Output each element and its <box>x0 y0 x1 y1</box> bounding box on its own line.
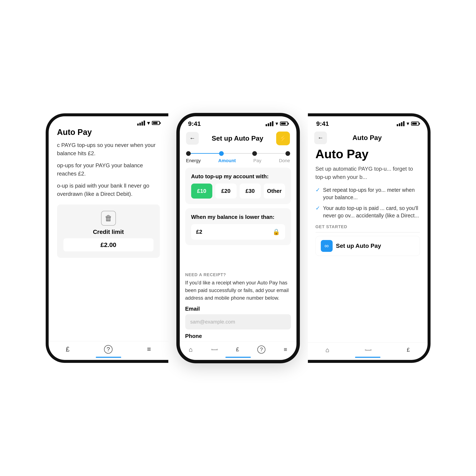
checklist-text-1: Set repeat top-ups for yo... meter when … <box>323 186 420 201</box>
left-body1: c PAYG top-ups so you never when your ba… <box>57 141 160 157</box>
credit-limit-value: £2.00 <box>63 238 153 252</box>
right-bottom-nav: ⌂ ◦—◦ £ <box>308 342 427 360</box>
right-header-title: Auto Pay <box>353 134 382 142</box>
progress-line-1 <box>191 153 219 154</box>
right-back-button[interactable]: ← <box>314 132 327 144</box>
right-signal-icon <box>397 121 405 126</box>
nav-menu-icon[interactable]: ≡ <box>147 345 151 353</box>
progress-dot-pay <box>252 151 257 156</box>
progress-bar: Energy Amount Pay Done <box>180 148 296 168</box>
setup-autopay-icon: ∞ <box>321 240 333 252</box>
left-card: 🗑 Credit limit £2.00 <box>57 204 160 258</box>
credit-limit-label: Credit limit <box>93 229 124 235</box>
right-status-bar: 9:41 ▾ <box>308 116 427 129</box>
amount-btn-10[interactable]: £10 <box>191 184 213 199</box>
center-back-button[interactable]: ← <box>186 132 199 145</box>
auto-pay-subtitle: Set up automatic PAYG top-u... forget to… <box>316 165 420 181</box>
checklist-text-2: Your auto top-up is paid ... card, so yo… <box>323 204 420 219</box>
battery-icon <box>152 121 160 125</box>
right-battery-icon <box>411 122 419 126</box>
center-action-button[interactable]: ⚡ <box>276 132 290 145</box>
right-phone: 9:41 ▾ ← Auto Pay Auto Pay Set up automa… <box>308 113 430 363</box>
setup-autopay-button[interactable]: ∞ Set up Auto Pay <box>316 236 420 256</box>
center-signal-icon <box>266 121 273 126</box>
topup-card: Auto top-up my account with: £10 £20 £30… <box>185 168 291 204</box>
checklist-item-1: ✓ Set repeat top-ups for yo... meter whe… <box>316 186 420 201</box>
center-nav-account-icon[interactable]: £ <box>236 346 239 353</box>
right-back-icon: ← <box>318 135 323 141</box>
lightning-icon: ⚡ <box>279 134 287 142</box>
center-header: ← Set up Auto Pay ⚡ <box>180 129 296 148</box>
receipt-section: NEED A RECEIPT? If you'd like a receipt … <box>180 272 296 341</box>
center-status-icons: ▾ <box>266 121 288 126</box>
balance-value: £2 <box>196 229 202 235</box>
progress-labels: Energy Amount Pay Done <box>186 158 290 163</box>
progress-dot-done <box>286 151 290 156</box>
check-icon-2: ✓ <box>316 205 320 211</box>
center-nav-usage-icon[interactable]: ◦—◦ <box>211 347 218 352</box>
balance-card: When my balance is lower than: £2 🔒 <box>185 208 291 245</box>
right-nav-usage-icon[interactable]: ◦—◦ <box>365 347 372 353</box>
nav-account-icon[interactable]: £ <box>66 345 69 353</box>
center-nav-menu-icon[interactable]: ≡ <box>284 346 287 353</box>
center-time: 9:41 <box>188 120 201 127</box>
center-nav-help-icon[interactable]: ? <box>257 345 265 354</box>
topup-title: Auto top-up my account with: <box>191 173 285 180</box>
checklist-item-2: ✓ Your auto top-up is paid ... card, so … <box>316 204 420 219</box>
balance-input[interactable]: £2 🔒 <box>191 224 285 239</box>
lock-icon: 🔒 <box>272 228 280 235</box>
amount-btn-20[interactable]: £20 <box>215 184 237 199</box>
setup-autopay-label: Set up Auto Pay <box>336 242 381 249</box>
left-title: Auto Pay <box>57 128 160 137</box>
receipt-body: If you'd like a receipt when your Auto P… <box>185 279 291 302</box>
left-bottom-nav: £ ? ≡ <box>49 341 168 360</box>
center-battery-icon <box>280 122 288 126</box>
phone-label: Phone <box>185 333 291 340</box>
center-phone: 9:41 ▾ ← Set up Auto Pay ⚡ <box>177 113 299 363</box>
amount-btn-other[interactable]: Other <box>264 184 285 199</box>
right-time: 9:41 <box>316 120 329 127</box>
check-icon-1: ✓ <box>316 187 320 193</box>
amount-options: £10 £20 £30 Other <box>191 184 285 199</box>
wifi-icon: ▾ <box>147 120 150 126</box>
left-content: Auto Pay c PAYG top-ups so you never whe… <box>49 128 168 341</box>
center-wifi-icon: ▾ <box>275 121 278 126</box>
left-phone: ▾ Auto Pay c PAYG top-ups so you never w… <box>46 113 168 363</box>
prog-label-pay: Pay <box>253 158 261 163</box>
center-status-bar: 9:41 ▾ <box>180 116 296 129</box>
left-status-icons: ▾ <box>137 120 160 126</box>
right-nav-account-icon[interactable]: £ <box>407 347 409 353</box>
scene: ▾ Auto Pay c PAYG top-ups so you never w… <box>0 0 476 476</box>
left-status-bar: ▾ <box>49 116 168 128</box>
center-bottom-nav: ⌂ ◦—◦ £ ? ≡ <box>180 341 296 360</box>
progress-line-3 <box>257 153 286 154</box>
left-body2: op-ups for your PAYG your balance reache… <box>57 161 160 178</box>
right-nav-home-icon[interactable]: ⌂ <box>325 346 329 354</box>
center-back-icon: ← <box>189 135 195 142</box>
center-scroll: Auto top-up my account with: £10 £20 £30… <box>180 168 296 272</box>
progress-dot-amount <box>219 151 224 156</box>
left-body3: o-up is paid with your bank ll never go … <box>57 182 160 198</box>
trash-icon[interactable]: 🗑 <box>101 211 116 226</box>
email-input[interactable]: sam@example.com <box>185 314 291 329</box>
prog-label-amount: Amount <box>218 158 236 163</box>
progress-line-2 <box>224 153 252 154</box>
email-label: Email <box>185 306 291 312</box>
prog-label-energy: Energy <box>186 158 201 163</box>
signal-icon <box>137 120 145 126</box>
nav-help-icon[interactable]: ? <box>104 345 113 354</box>
right-wifi-icon: ▾ <box>407 121 409 126</box>
progress-dot-energy <box>186 151 191 156</box>
right-header: ← Auto Pay <box>308 129 427 147</box>
auto-pay-title: Auto Pay <box>316 147 420 161</box>
balance-title: When my balance is lower than: <box>191 214 285 220</box>
right-content: Auto Pay Set up automatic PAYG top-u... … <box>308 147 427 342</box>
center-header-title: Set up Auto Pay <box>212 135 263 142</box>
amount-btn-30[interactable]: £30 <box>239 184 261 199</box>
divider <box>316 232 420 233</box>
prog-label-done: Done <box>279 158 290 163</box>
center-nav-home-icon[interactable]: ⌂ <box>189 346 193 353</box>
receipt-label: NEED A RECEIPT? <box>185 272 291 277</box>
get-started-label: GET STARTED <box>316 224 420 229</box>
right-status-icons: ▾ <box>397 121 419 126</box>
